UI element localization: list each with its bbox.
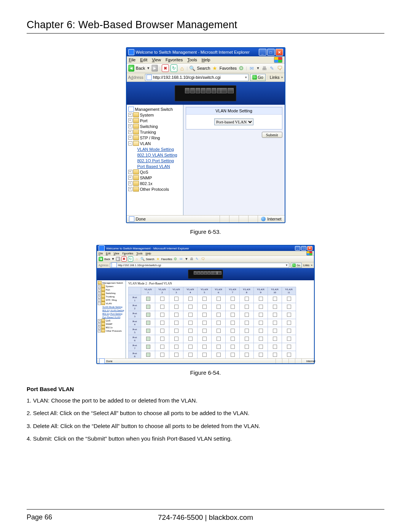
- tree-vlan-mode[interactable]: VLAN Mode Setting: [137, 147, 174, 152]
- url-dropdown[interactable]: ▾: [286, 263, 288, 267]
- expand-icon[interactable]: +: [128, 136, 132, 140]
- tree-other[interactable]: Other Protocols: [106, 330, 122, 332]
- port-vlan-checkbox[interactable]: [174, 337, 178, 341]
- menu-tools[interactable]: Tools: [187, 58, 197, 62]
- favorites-label[interactable]: Favorites: [220, 66, 237, 70]
- menu-help[interactable]: Help: [202, 58, 210, 62]
- go-button[interactable]: →Go: [291, 263, 301, 268]
- port-vlan-checkbox[interactable]: [217, 329, 221, 333]
- collapse-icon[interactable]: −: [128, 141, 132, 145]
- port-vlan-checkbox[interactable]: [202, 329, 207, 333]
- print-icon[interactable]: 🖶: [261, 65, 267, 72]
- port-vlan-checkbox[interactable]: [245, 337, 249, 341]
- port-vlan-checkbox[interactable]: [160, 305, 164, 309]
- tree-stp[interactable]: STP / Ring: [106, 299, 117, 301]
- favorites-icon[interactable]: ★: [212, 65, 218, 72]
- refresh-button[interactable]: ↻: [128, 256, 133, 262]
- port-vlan-checkbox[interactable]: [188, 297, 193, 301]
- tree-vlan-8021q[interactable]: 802.1Q VLAN Setting: [137, 153, 177, 157]
- tree-qos[interactable]: QoS: [140, 170, 148, 174]
- port-vlan-checkbox[interactable]: [174, 329, 178, 333]
- port-vlan-checkbox[interactable]: [245, 329, 249, 333]
- port-vlan-checkbox[interactable]: [146, 337, 150, 341]
- port-vlan-checkbox[interactable]: [160, 329, 164, 333]
- tree-other[interactable]: Other Protocols: [140, 187, 169, 192]
- go-button[interactable]: →Go: [250, 74, 266, 81]
- tree-stp[interactable]: STP / Ring: [140, 136, 160, 140]
- favorites-label[interactable]: Favorites: [161, 258, 172, 260]
- port-vlan-checkbox[interactable]: [273, 329, 277, 333]
- menu-favorites[interactable]: Favorites: [166, 58, 183, 62]
- port-vlan-checkbox[interactable]: [287, 313, 291, 317]
- history-icon[interactable]: ❂: [173, 257, 178, 261]
- port-vlan-checkbox[interactable]: [174, 345, 178, 349]
- discuss-icon[interactable]: 🗨: [277, 65, 283, 72]
- port-vlan-checkbox[interactable]: [287, 329, 291, 333]
- expand-icon[interactable]: +: [128, 113, 132, 117]
- tree-vlan-8021q-port[interactable]: 802.1Q Port Setting: [137, 158, 174, 163]
- links-label[interactable]: Links: [303, 264, 309, 267]
- tree-vlan-8021q-port[interactable]: 802.1Q Port Setting: [102, 313, 123, 315]
- port-vlan-checkbox[interactable]: [202, 313, 207, 317]
- tree-vlan-portbased[interactable]: Port Based VLAN: [137, 164, 170, 169]
- port-vlan-checkbox[interactable]: [231, 297, 235, 301]
- history-icon[interactable]: ❂: [238, 65, 244, 72]
- tree-vlan-mode[interactable]: VLAN Mode Setting: [102, 306, 123, 308]
- tree-port[interactable]: Port: [106, 289, 110, 291]
- port-vlan-checkbox[interactable]: [160, 313, 164, 317]
- port-vlan-checkbox[interactable]: [231, 321, 235, 325]
- port-vlan-checkbox[interactable]: [146, 297, 150, 301]
- port-vlan-checkbox[interactable]: [146, 345, 150, 349]
- tree-snmp[interactable]: SNMP: [106, 323, 112, 325]
- port-vlan-checkbox[interactable]: [273, 297, 277, 301]
- port-vlan-checkbox[interactable]: [160, 337, 164, 341]
- port-vlan-checkbox[interactable]: [174, 305, 178, 309]
- port-vlan-checkbox[interactable]: [231, 313, 235, 317]
- port-vlan-checkbox[interactable]: [259, 297, 263, 301]
- port-vlan-checkbox[interactable]: [202, 305, 207, 309]
- port-vlan-checkbox[interactable]: [273, 353, 277, 357]
- port-vlan-checkbox[interactable]: [231, 353, 235, 357]
- submit-button[interactable]: Submit: [262, 132, 282, 138]
- port-vlan-checkbox[interactable]: [217, 297, 221, 301]
- port-vlan-checkbox[interactable]: [231, 345, 235, 349]
- close-button[interactable]: ✕: [276, 49, 283, 56]
- mail-icon[interactable]: ✉: [179, 257, 183, 261]
- search-icon[interactable]: 🔍: [140, 257, 145, 261]
- search-icon[interactable]: 🔍: [189, 65, 195, 72]
- close-button[interactable]: ✕: [307, 246, 312, 251]
- tree-qos[interactable]: QoS: [106, 320, 110, 322]
- menu-favorites[interactable]: Favorites: [122, 252, 133, 255]
- port-vlan-checkbox[interactable]: [231, 329, 235, 333]
- back-dropdown[interactable]: ▼: [147, 66, 150, 70]
- port-vlan-checkbox[interactable]: [259, 337, 263, 341]
- port-vlan-checkbox[interactable]: [202, 297, 207, 301]
- discuss-icon[interactable]: 🗨: [201, 257, 205, 261]
- port-vlan-checkbox[interactable]: [202, 337, 207, 341]
- port-vlan-checkbox[interactable]: [217, 305, 221, 309]
- port-vlan-checkbox[interactable]: [188, 353, 193, 357]
- port-vlan-checkbox[interactable]: [245, 313, 249, 317]
- port-vlan-checkbox[interactable]: [160, 321, 164, 325]
- port-vlan-checkbox[interactable]: [273, 313, 277, 317]
- search-label[interactable]: Search: [197, 66, 210, 70]
- port-vlan-checkbox[interactable]: [245, 305, 249, 309]
- port-vlan-checkbox[interactable]: [245, 345, 249, 349]
- expand-icon[interactable]: +: [128, 124, 132, 128]
- menu-view[interactable]: View: [113, 252, 119, 255]
- tree-8021x[interactable]: 802.1x: [106, 326, 113, 329]
- port-vlan-checkbox[interactable]: [202, 345, 207, 349]
- menu-edit[interactable]: Edit: [140, 58, 147, 62]
- home-button[interactable]: ⌂: [134, 257, 139, 261]
- url-dropdown[interactable]: ▾: [245, 75, 247, 79]
- port-vlan-checkbox[interactable]: [202, 321, 207, 325]
- port-vlan-checkbox[interactable]: [287, 321, 291, 325]
- menu-file[interactable]: File: [99, 252, 103, 255]
- port-vlan-checkbox[interactable]: [273, 305, 277, 309]
- tree-switching[interactable]: Switching: [140, 124, 158, 129]
- port-vlan-checkbox[interactable]: [287, 345, 291, 349]
- port-vlan-checkbox[interactable]: [160, 297, 164, 301]
- home-button[interactable]: ⌂: [179, 65, 185, 72]
- port-vlan-checkbox[interactable]: [273, 345, 277, 349]
- print-icon[interactable]: 🖶: [189, 257, 194, 261]
